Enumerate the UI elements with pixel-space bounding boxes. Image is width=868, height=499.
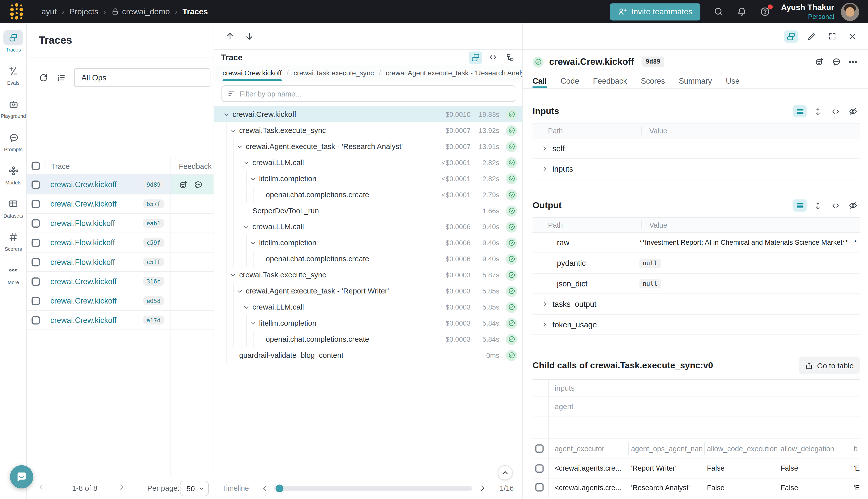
- arrow-down-icon[interactable]: [245, 32, 254, 41]
- comment-icon[interactable]: [193, 180, 202, 189]
- wandb-logo[interactable]: [9, 3, 24, 21]
- chevron-right-icon[interactable]: [542, 301, 548, 307]
- refresh-icon[interactable]: [39, 73, 48, 82]
- code-icon[interactable]: [829, 105, 842, 117]
- tree-view-icon[interactable]: [469, 51, 482, 63]
- rows-icon[interactable]: [793, 199, 806, 211]
- table-row[interactable]: <crewai.agents.cre...'Research Analyst'F…: [532, 478, 860, 497]
- collapse-up-button[interactable]: [498, 465, 512, 480]
- op-filter-input[interactable]: [239, 89, 509, 98]
- timeline-slider[interactable]: [274, 486, 472, 490]
- chevron-right-icon[interactable]: [542, 166, 548, 172]
- list-icon[interactable]: [57, 73, 66, 82]
- timeline-next-icon[interactable]: [479, 485, 486, 492]
- tree-row[interactable]: crewai.Task.execute_sync$0.000713.92s: [214, 122, 522, 138]
- tab-call[interactable]: Call: [532, 74, 547, 88]
- table-row[interactable]: crewai.Crew.kickoffe058: [27, 291, 214, 311]
- expand-vertical-icon[interactable]: [811, 199, 824, 211]
- sidebar-item-playground[interactable]: Playground: [0, 97, 27, 130]
- row-checkbox[interactable]: [535, 464, 544, 473]
- rows-icon[interactable]: [793, 105, 806, 117]
- page-prev-icon[interactable]: [38, 484, 45, 491]
- trace-link[interactable]: crewai.Flow.kickoff: [50, 219, 115, 228]
- sidebar-item-models[interactable]: Models: [0, 163, 27, 196]
- row-checkbox[interactable]: [32, 200, 40, 208]
- close-icon[interactable]: [846, 30, 859, 42]
- row-checkbox[interactable]: [535, 484, 544, 492]
- sidebar-item-more[interactable]: More: [0, 263, 27, 296]
- eye-off-icon[interactable]: [846, 105, 860, 117]
- tab-feedback[interactable]: Feedback: [593, 74, 627, 88]
- io-row[interactable]: tasks_output: [532, 294, 860, 315]
- tab-use[interactable]: Use: [726, 74, 740, 88]
- row-checkbox[interactable]: [32, 239, 40, 247]
- per-page-select[interactable]: 50: [180, 480, 209, 496]
- tree-row[interactable]: crewai.LLM.call$0.00035.85s: [214, 299, 522, 315]
- bell-icon[interactable]: [737, 7, 747, 16]
- tree-row[interactable]: openai.chat.completions.create$0.00069.4…: [214, 251, 522, 267]
- chevron-down-icon[interactable]: [243, 159, 252, 166]
- chevron-right-icon[interactable]: [542, 321, 548, 328]
- search-icon[interactable]: [714, 7, 723, 16]
- tab-scores[interactable]: Scores: [641, 74, 665, 88]
- trace-view-icon[interactable]: [784, 30, 798, 42]
- trace-tab[interactable]: crewai.Agent.execute_task - 'Research An…: [386, 65, 522, 81]
- io-row[interactable]: pydanticnull: [532, 253, 860, 273]
- row-checkbox[interactable]: [32, 296, 40, 305]
- tree-row[interactable]: crewai.Task.execute_sync$0.00035.87s: [214, 267, 522, 283]
- invite-teammates-button[interactable]: Invite teammates: [610, 3, 700, 20]
- tab-summary[interactable]: Summary: [679, 74, 712, 88]
- chevron-down-icon[interactable]: [250, 175, 259, 182]
- trace-link[interactable]: crewai.Crew.kickoff: [50, 277, 117, 286]
- trace-tab[interactable]: crewai.Crew.kickoff: [223, 65, 282, 81]
- tab-code[interactable]: Code: [561, 74, 579, 88]
- trace-link[interactable]: crewai.Crew.kickoff: [50, 296, 117, 305]
- eye-off-icon[interactable]: [846, 199, 860, 211]
- select-all-checkbox[interactable]: [32, 162, 40, 170]
- tree-row[interactable]: crewai.LLM.call$0.00069.40s: [214, 219, 522, 235]
- chevron-down-icon[interactable]: [230, 272, 239, 278]
- table-row[interactable]: <crewai.agents.cre...'Report Writer'Fals…: [532, 459, 860, 478]
- tree-row[interactable]: crewai.LLM.call<$0.00012.82s: [214, 155, 522, 171]
- tree-row[interactable]: openai.chat.completions.create<$0.00012.…: [214, 187, 522, 203]
- code-icon[interactable]: [829, 199, 842, 211]
- table-row[interactable]: crewai.Crew.kickoff657f: [27, 194, 214, 214]
- pencil-icon[interactable]: [805, 30, 818, 42]
- chevron-down-icon[interactable]: [250, 320, 259, 326]
- row-checkbox[interactable]: [32, 180, 40, 188]
- tree-row[interactable]: SerperDevTool._run1.66s: [214, 203, 522, 219]
- avatar[interactable]: [841, 2, 859, 21]
- smiley-plus-icon[interactable]: [815, 57, 824, 66]
- trace-link[interactable]: crewai.Flow.kickoff: [50, 238, 115, 247]
- tree-row[interactable]: litellm.completion$0.00069.40s: [214, 235, 522, 251]
- chevron-down-icon[interactable]: [243, 223, 252, 230]
- sidebar-item-evals[interactable]: Evals: [0, 63, 27, 96]
- select-all-checkbox[interactable]: [535, 445, 544, 453]
- io-row[interactable]: raw**Investment Report: AI in Chemical a…: [532, 233, 860, 253]
- tree-row[interactable]: litellm.completion<$0.00012.82s: [214, 171, 522, 187]
- timeline-slider-thumb[interactable]: [275, 484, 283, 492]
- more-dots-icon[interactable]: [848, 57, 858, 67]
- expand-icon[interactable]: [825, 30, 839, 42]
- timeline-prev-icon[interactable]: [261, 485, 269, 492]
- chevron-down-icon[interactable]: [243, 304, 252, 310]
- chevron-down-icon[interactable]: [250, 240, 259, 246]
- row-checkbox[interactable]: [32, 258, 40, 266]
- chevron-down-icon[interactable]: [230, 127, 239, 134]
- chat-bubble-button[interactable]: [10, 465, 34, 488]
- tree-row[interactable]: guardrail-validate_blog_content0ms: [214, 347, 522, 363]
- ops-filter-dropdown[interactable]: All Ops: [74, 68, 210, 87]
- table-row[interactable]: crewai.Flow.kickoffc59f: [27, 233, 214, 253]
- tree-row[interactable]: crewai.Agent.execute_task - 'Research An…: [214, 138, 522, 155]
- io-row[interactable]: self: [532, 138, 860, 159]
- chevron-down-icon[interactable]: [223, 111, 232, 118]
- table-row[interactable]: crewai.Crew.kickoffa17d: [27, 311, 214, 330]
- comment-icon[interactable]: [832, 57, 841, 66]
- sidebar-item-datasets[interactable]: Datasets: [0, 196, 27, 229]
- sidebar-item-traces[interactable]: Traces: [0, 30, 27, 63]
- trace-link[interactable]: crewai.Flow.kickoff: [50, 257, 115, 266]
- user-info[interactable]: Ayush Thakur Personal: [781, 2, 834, 21]
- chevron-down-icon[interactable]: [236, 143, 246, 150]
- call-id-badge[interactable]: 9d89: [642, 57, 664, 67]
- sidebar-item-scorers[interactable]: Scorers: [0, 229, 27, 262]
